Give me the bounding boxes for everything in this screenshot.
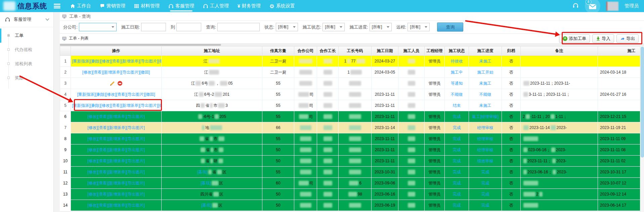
work-status-select[interactable]: [所有]	[323, 23, 345, 31]
redacted-text	[553, 170, 556, 174]
query-panel-header: 工单 - 查询	[60, 12, 644, 21]
sidebar-item-工单[interactable]: 工单	[0, 29, 53, 43]
progress-link[interactable]: 完成	[481, 170, 489, 174]
progress-link[interactable]: 绩效审核	[477, 159, 493, 163]
status-link[interactable]: 不能做	[451, 92, 463, 97]
cell-text: ，	[215, 81, 219, 86]
operation-links[interactable]: [修改][查看][新增派单][导出图片]	[87, 170, 145, 174]
operation-links[interactable]: [修改][查看][新增派单][导出图片]	[87, 159, 145, 163]
redacted-text	[220, 81, 227, 86]
cell-construction-progress: 完成	[469, 178, 502, 189]
progress-link[interactable]: 完成	[481, 192, 489, 197]
status-link[interactable]: 完成	[453, 159, 461, 163]
avatar[interactable]	[606, 2, 618, 11]
import-button[interactable]: 导入	[592, 34, 614, 43]
redacted-text	[356, 59, 365, 63]
redacted-text	[350, 70, 362, 75]
status-link[interactable]: 完成	[453, 192, 461, 197]
cell-text: 6号	[202, 81, 208, 86]
grid-icon	[134, 4, 139, 8]
operation-links[interactable]: [修改][查看][新增派单][导出图片]	[87, 114, 145, 119]
nav-item-工作台[interactable]: 工作台	[66, 0, 95, 12]
operation-links[interactable]: [重新指派][删除][修改][查看][导出图片][撤回]	[77, 92, 155, 97]
status-link[interactable]: 施工中	[451, 70, 463, 75]
edit-pencil-icon[interactable]	[110, 81, 115, 86]
sidebar-item-代办巡检[interactable]: 代办巡检	[0, 43, 53, 57]
progress-link[interactable]: 经理审核	[477, 125, 493, 130]
progress-link[interactable]: 经理审核	[477, 136, 493, 141]
nav-item-label: 材料管理	[141, 3, 160, 9]
operation-links[interactable]: [重新指派][删除][修改][查看][新增派单][导出图片][撤回]	[72, 59, 162, 63]
status-link[interactable]: 结束	[453, 103, 461, 108]
cell-text[interactable]: [基坑]	[201, 181, 211, 185]
progress-link[interactable]: 未施工	[479, 81, 491, 86]
vertical-scrollbar-thumb[interactable]	[641, 47, 644, 158]
redacted-text	[212, 181, 218, 185]
progress-link[interactable]: 完成	[481, 203, 489, 208]
sidebar-section-customer-service[interactable]: 客服管理	[0, 12, 53, 27]
cell-text[interactable]: [基坑]	[197, 170, 208, 174]
progress-link[interactable]: 未施工	[479, 59, 491, 63]
progress-link[interactable]: 未施工	[479, 103, 491, 108]
column-header: 合作公司	[294, 46, 317, 56]
operation-links[interactable]: [修改][查看][新增派单][导出图片]	[87, 181, 145, 185]
nav-item-营销管理[interactable]: 营销管理	[95, 0, 130, 12]
operation-links[interactable]: [修改][查看][新增派单][导出图片]	[87, 147, 145, 152]
operation-links[interactable]: [修改][查看][新增派单][导出图片]	[87, 125, 145, 130]
cell-text[interactable]: [基坑]	[201, 203, 212, 208]
add-workorder-button[interactable]: +添加工单	[559, 34, 590, 43]
status-link[interactable]: 完成	[453, 125, 461, 130]
status-link[interactable]: 完成	[453, 147, 461, 152]
username[interactable]: 管理员	[625, 3, 639, 9]
remote-select[interactable]: [所有]	[407, 23, 430, 31]
progress-select[interactable]: [所有]	[370, 23, 392, 31]
operation-links[interactable]: [修改][查看][新增派单][导出图片]	[87, 203, 145, 208]
nav-item-客服管理[interactable]: 客服管理	[164, 0, 199, 12]
branch-select[interactable]	[79, 23, 117, 31]
progress-link[interactable]: 完成	[481, 181, 489, 185]
cell-text: 区	[218, 203, 222, 208]
messages-button[interactable]: 8	[585, 0, 600, 14]
date-to-input[interactable]	[176, 23, 201, 31]
cell-partner-foreman	[317, 133, 339, 144]
nav-item-工人管理[interactable]: 工人管理	[199, 0, 233, 12]
status-link[interactable]: 完成	[453, 170, 461, 174]
status-link[interactable]: 完成	[453, 136, 461, 141]
status-link[interactable]: 完成	[453, 203, 461, 208]
status-link[interactable]: 待接收	[451, 59, 463, 63]
nav-item-系统设置[interactable]: 系统设置	[265, 0, 299, 12]
operation-links[interactable]: [重新指派][删除][修改][查看][新增派单][导出图片][撤回]	[72, 103, 162, 108]
sidebar-item-奖励[interactable]: 奖励	[0, 71, 53, 85]
horizontal-scrollbar-thumb[interactable]	[60, 44, 221, 46]
redacted-text	[209, 81, 215, 86]
progress-link[interactable]: 经理审核	[477, 147, 493, 152]
keyword-input[interactable]	[217, 23, 260, 31]
export-button[interactable]: 导出	[616, 34, 639, 43]
progress-link[interactable]: 施工开始	[477, 70, 493, 75]
redacted-text	[299, 81, 312, 86]
status-link[interactable]: 完成	[453, 114, 461, 119]
menu-toggle-icon[interactable]	[54, 4, 60, 8]
bullet-icon	[7, 62, 10, 65]
row-number: 4	[60, 89, 71, 100]
support-headset-icon[interactable]	[572, 3, 579, 9]
bullet-icon	[7, 48, 10, 51]
query-button[interactable]: 查询	[437, 23, 463, 32]
forbid-icon[interactable]	[118, 81, 122, 86]
date-from-input[interactable]	[141, 23, 166, 31]
nav-item-财务管理[interactable]: ¥财务管理	[233, 0, 265, 12]
status-link[interactable]: 等通知	[451, 81, 463, 86]
sidebar-item-巡检列表[interactable]: 巡检列表	[0, 57, 53, 71]
operation-links[interactable]: [修改][查看][新增派单][导出图片]	[87, 136, 145, 141]
status-select[interactable]: [所有]	[276, 23, 298, 31]
nav-item-材料管理[interactable]: 材料管理	[130, 0, 164, 12]
cell-foreman-phone	[339, 133, 372, 144]
operation-links[interactable]: [修改][查看][新增派单][导出图片][撤回]	[82, 70, 150, 75]
operation-links[interactable]: [修改][查看][新增派单][导出图片]	[87, 192, 145, 197]
cell-remark: 2023-11-11；2023-	[521, 156, 598, 167]
progress-link[interactable]: 不能做	[479, 92, 491, 97]
redacted-text	[324, 92, 332, 97]
cell-project-manager: 管理员	[425, 200, 445, 211]
progress-link[interactable]: 返工[经理审核]	[472, 114, 499, 119]
status-link[interactable]: 完成	[453, 181, 461, 185]
